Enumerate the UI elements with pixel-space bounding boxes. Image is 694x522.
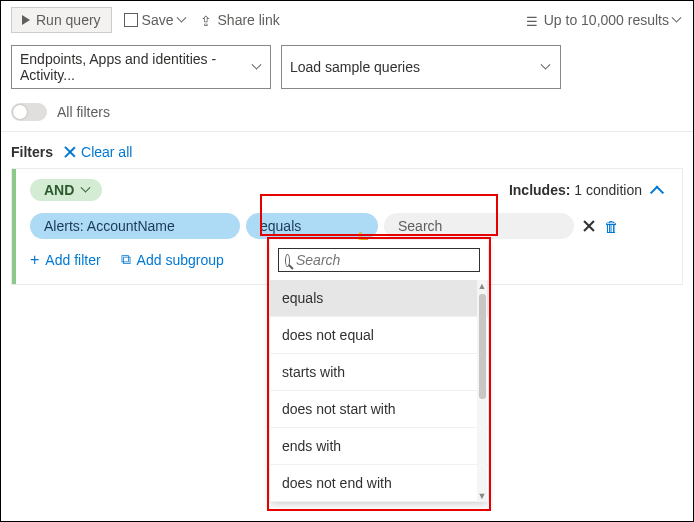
save-button[interactable]: Save xyxy=(124,12,188,28)
chevron-down-icon xyxy=(542,64,552,70)
filters-title: Filters xyxy=(11,144,53,160)
scroll-up-icon[interactable]: ▲ xyxy=(478,280,487,292)
condition-value-input[interactable]: Search xyxy=(384,213,574,239)
subgroup-icon: ⧉ xyxy=(121,251,131,268)
save-icon xyxy=(124,13,138,27)
clear-all-icon[interactable] xyxy=(63,145,77,159)
scroll-down-icon[interactable]: ▼ xyxy=(478,490,487,502)
run-query-label: Run query xyxy=(36,12,101,28)
clear-value-button[interactable] xyxy=(580,217,598,235)
tables-dropdown[interactable]: Endpoints, Apps and identities - Activit… xyxy=(11,45,271,89)
close-icon xyxy=(582,219,596,233)
operator-dropdown-popup: equals does not equal starts with does n… xyxy=(270,240,488,502)
clear-all-button[interactable]: Clear all xyxy=(81,144,132,160)
operator-option[interactable]: equals xyxy=(270,280,488,317)
scroll-thumb[interactable] xyxy=(479,294,486,399)
chevron-down-icon xyxy=(82,187,92,194)
operator-option[interactable]: starts with xyxy=(270,354,488,391)
share-icon xyxy=(200,13,214,27)
condition-field-pill[interactable]: Alerts: AccountName xyxy=(30,213,240,239)
operator-option[interactable]: does not end with xyxy=(270,465,488,502)
condition-row: Alerts: AccountName equals 👆 Search 🗑 xyxy=(30,213,668,239)
share-link-button[interactable]: Share link xyxy=(200,12,280,28)
operator-option[interactable]: does not start with xyxy=(270,391,488,428)
chevron-down-icon xyxy=(178,17,188,23)
operator-search-input[interactable] xyxy=(296,252,473,268)
all-filters-label: All filters xyxy=(57,104,110,120)
operator-option[interactable]: ends with xyxy=(270,428,488,465)
results-limit-button[interactable]: Up to 10,000 results xyxy=(526,12,683,28)
chevron-down-icon xyxy=(673,17,683,23)
add-subgroup-button[interactable]: ⧉ Add subgroup xyxy=(121,251,224,268)
run-query-button[interactable]: Run query xyxy=(11,7,112,33)
chevron-down-icon xyxy=(253,64,262,70)
collapse-group-button[interactable] xyxy=(652,182,668,198)
list-icon xyxy=(526,13,540,27)
includes-label: Includes: 1 condition xyxy=(509,182,642,198)
all-filters-toggle[interactable] xyxy=(11,103,47,121)
group-operator-pill[interactable]: AND xyxy=(30,179,102,201)
sample-queries-dropdown[interactable]: Load sample queries xyxy=(281,45,561,89)
operator-search-box[interactable] xyxy=(278,248,480,272)
condition-operator-pill[interactable]: equals 👆 xyxy=(246,213,378,239)
delete-condition-button[interactable]: 🗑 xyxy=(604,218,619,235)
plus-icon: + xyxy=(30,253,39,267)
operator-option[interactable]: does not equal xyxy=(270,317,488,354)
search-icon xyxy=(285,254,290,267)
add-filter-button[interactable]: + Add filter xyxy=(30,252,101,268)
play-icon xyxy=(22,15,30,25)
scrollbar[interactable]: ▲ ▼ xyxy=(477,280,487,502)
